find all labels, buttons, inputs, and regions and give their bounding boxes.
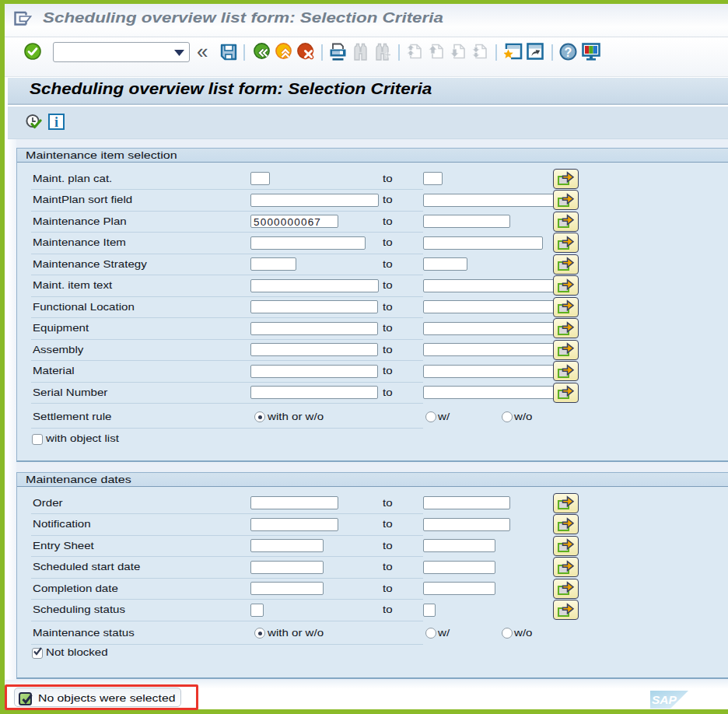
svg-text:SAP: SAP (652, 693, 677, 706)
svg-text:?: ? (565, 46, 572, 59)
svg-text:i: i (54, 114, 58, 130)
